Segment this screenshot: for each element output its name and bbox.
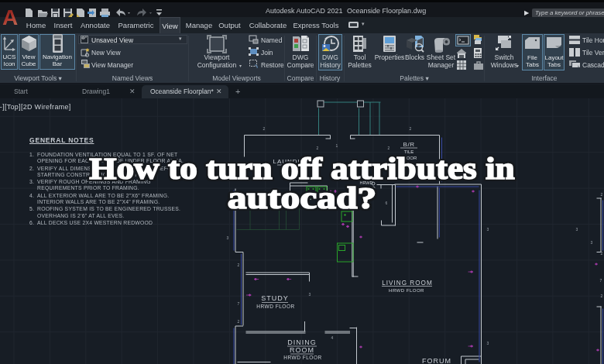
svg-text:A: A: [2, 5, 18, 27]
svg-text:4: 4: [331, 335, 334, 340]
svg-text:3: 3: [487, 341, 489, 345]
svg-text:2: 2: [238, 263, 240, 267]
svg-text:HRWD FLOOR: HRWD FLOOR: [256, 304, 294, 309]
svg-text:3: 3: [487, 227, 489, 232]
svg-text:STUDY: STUDY: [261, 294, 289, 302]
svg-text:B/R: B/R: [403, 141, 415, 148]
svg-text:LIVING ROOM: LIVING ROOM: [382, 280, 433, 287]
svg-text:2: 2: [263, 126, 266, 131]
svg-text:2: 2: [388, 146, 390, 150]
svg-text:FORUM: FORUM: [422, 357, 451, 364]
svg-text:3: 3: [591, 240, 593, 245]
svg-text:7: 7: [238, 301, 240, 306]
svg-text:2: 2: [601, 251, 603, 256]
svg-text:3: 3: [309, 292, 311, 297]
svg-text:7: 7: [600, 278, 602, 283]
svg-text:HRWD FLOOR: HRWD FLOOR: [283, 355, 321, 360]
svg-text:ROOM: ROOM: [290, 346, 314, 354]
svg-text:2: 2: [238, 319, 240, 324]
svg-text:DINING: DINING: [287, 338, 317, 346]
svg-text:2: 2: [601, 294, 603, 298]
svg-text:2: 2: [317, 146, 319, 150]
svg-text:1: 1: [336, 143, 338, 148]
svg-text:2: 2: [410, 126, 412, 131]
svg-text:3: 3: [576, 227, 578, 232]
svg-text:3: 3: [227, 235, 229, 240]
svg-text:HRWD FLOOR: HRWD FLOOR: [389, 288, 424, 293]
